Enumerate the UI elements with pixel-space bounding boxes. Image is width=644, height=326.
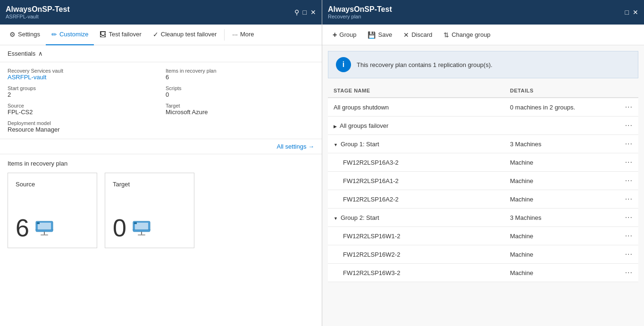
row-stage-fw-w3: FW12R2LSP16W3-2 xyxy=(343,269,510,276)
table-row[interactable]: FW12R2LSP16A1-2 Machine ··· xyxy=(328,172,638,190)
svg-rect-10 xyxy=(138,234,145,235)
left-panel: AlwaysOnSP-Test ASRFPL-vault ⚲ □ ✕ ⚙ Set… xyxy=(0,0,322,326)
left-window-subtitle: ASRFPL-vault xyxy=(6,14,70,19)
info-text: This recovery plan contains 1 replicatio… xyxy=(357,61,493,68)
source-value: FPL-CS2 xyxy=(8,109,33,116)
row-actions-fw-w3[interactable]: ··· xyxy=(614,268,633,277)
fw-a3-label: FW12R2LSP16A3-2 xyxy=(343,159,399,166)
row-details-fw-w1: Machine xyxy=(510,233,614,240)
svg-rect-1 xyxy=(38,223,51,230)
row-stage-fw-a2: FW12R2LSP16A2-2 xyxy=(343,196,510,203)
source-item: Source FPL-CS2 xyxy=(8,103,156,116)
save-button[interactable]: 💾 Save xyxy=(363,28,397,42)
customize-button[interactable]: ✏ Customize xyxy=(46,25,94,45)
items-count-value: 6 xyxy=(166,74,169,81)
left-toolbar: ⚙ Settings ✏ Customize ⛾ Test failover ✓… xyxy=(0,25,322,45)
row-stage-all-shutdown: All groups shutdown xyxy=(334,104,510,111)
row-actions-fw-a3[interactable]: ··· xyxy=(614,158,633,167)
svg-rect-4 xyxy=(41,234,48,235)
change-group-button[interactable]: ⇅ Change group xyxy=(439,28,495,42)
row-stage-all-failover: All groups failover xyxy=(334,122,510,129)
row-stage-fw-a1: FW12R2LSP16A1-2 xyxy=(343,177,510,184)
right-window-subtitle: Recovery plan xyxy=(328,14,392,19)
left-content: Essentials ∧ Recovery Services vault ASR… xyxy=(0,45,322,326)
group1-label: Group 1: Start xyxy=(341,141,379,148)
row-stage-fw-w2: FW12R2LSP16W2-2 xyxy=(343,251,510,258)
discard-button[interactable]: ✕ Discard xyxy=(399,28,437,42)
deployment-model-value: Resource Manager xyxy=(8,126,60,133)
test-failover-label: Test failover xyxy=(109,31,141,38)
settings-label: Settings xyxy=(18,31,40,38)
target-value: Microsoft Azure xyxy=(166,109,208,116)
right-maximize-icon[interactable]: □ xyxy=(625,8,629,16)
source-card-count: 6 xyxy=(16,216,29,240)
close-icon[interactable]: ✕ xyxy=(310,8,316,16)
all-settings-link[interactable]: All settings → xyxy=(277,143,314,150)
vault-item: Recovery Services vault ASRFPL-vault xyxy=(8,68,156,81)
table-row[interactable]: All groups shutdown 0 machines in 2 grou… xyxy=(328,98,638,117)
essentials-chevron: ∧ xyxy=(38,50,43,57)
row-actions-fw-w1[interactable]: ··· xyxy=(614,232,633,240)
all-failover-label: All groups failover xyxy=(340,122,388,129)
table-row[interactable]: Group 2: Start 3 Machines ··· xyxy=(328,209,638,227)
table-row[interactable]: FW12R2LSP16W2-2 Machine ··· xyxy=(328,245,638,264)
test-failover-button[interactable]: ⛾ Test failover xyxy=(94,25,147,45)
svg-rect-7 xyxy=(135,223,148,230)
settings-button[interactable]: ⚙ Settings xyxy=(4,25,46,45)
save-label: Save xyxy=(378,31,392,38)
row-actions-all-shutdown[interactable]: ··· xyxy=(614,103,633,111)
target-vm-icon xyxy=(131,217,152,238)
row-actions-group2[interactable]: ··· xyxy=(614,213,633,222)
target-label: Target xyxy=(166,103,314,109)
row-actions-all-failover[interactable]: ··· xyxy=(614,121,633,130)
toolbar-separator xyxy=(224,29,225,41)
row-actions-fw-a2[interactable]: ··· xyxy=(614,195,633,203)
customize-label: Customize xyxy=(59,31,88,38)
maximize-icon[interactable]: □ xyxy=(303,8,307,16)
vault-value[interactable]: ASRFPL-vault xyxy=(8,74,46,81)
info-icon: i xyxy=(336,57,351,72)
deployment-model-item: Deployment model Resource Manager xyxy=(8,120,156,133)
table-row[interactable]: Group 1: Start 3 Machines ··· xyxy=(328,135,638,153)
row-stage-group1: Group 1: Start xyxy=(334,141,510,148)
fw-a1-label: FW12R2LSP16A1-2 xyxy=(343,177,399,184)
add-group-button[interactable]: + Group xyxy=(328,28,361,42)
table-row[interactable]: All groups failover ··· xyxy=(328,117,638,135)
fw-a2-label: FW12R2LSP16A2-2 xyxy=(343,196,399,203)
save-icon: 💾 xyxy=(368,31,376,39)
left-titlebar-controls: ⚲ □ ✕ xyxy=(294,8,316,16)
table-row[interactable]: FW12R2LSP16W3-2 Machine ··· xyxy=(328,264,638,282)
table-row[interactable]: FW12R2LSP16A2-2 Machine ··· xyxy=(328,190,638,209)
row-details-fw-a2: Machine xyxy=(510,196,614,203)
row-actions-group1[interactable]: ··· xyxy=(614,140,633,148)
vault-label: Recovery Services vault xyxy=(8,68,156,74)
info-bar: i This recovery plan contains 1 replicat… xyxy=(328,51,638,78)
test-failover-icon: ⛾ xyxy=(100,31,106,38)
pin-icon[interactable]: ⚲ xyxy=(294,8,299,16)
more-label: More xyxy=(240,31,254,38)
row-stage-fw-a3: FW12R2LSP16A3-2 xyxy=(343,159,510,166)
source-vm-icon xyxy=(34,217,55,238)
table-header: STAGE NAME DETAILS xyxy=(328,84,638,98)
target-card-bottom: 0 xyxy=(113,206,186,240)
right-titlebar-controls: □ ✕ xyxy=(625,8,638,16)
essentials-header[interactable]: Essentials ∧ xyxy=(0,45,322,62)
table-row[interactable]: FW12R2LSP16A3-2 Machine ··· xyxy=(328,153,638,172)
collapsed-icon xyxy=(334,122,337,129)
table-row[interactable]: FW12R2LSP16W1-2 Machine ··· xyxy=(328,227,638,245)
items-count-label: Items in recovery plan xyxy=(166,68,314,74)
source-label: Source xyxy=(8,103,156,109)
items-cards: Source 6 Targ xyxy=(8,173,314,248)
right-titlebar: AlwaysOnSP-Test Recovery plan □ ✕ xyxy=(322,0,644,25)
svg-rect-11 xyxy=(133,229,151,230)
right-panel: AlwaysOnSP-Test Recovery plan □ ✕ + Grou… xyxy=(322,0,644,326)
settings-icon: ⚙ xyxy=(9,31,16,38)
right-close-icon[interactable]: ✕ xyxy=(633,8,638,16)
more-button[interactable]: ··· More xyxy=(226,25,259,45)
cleanup-test-failover-button[interactable]: ✓ Cleanup test failover xyxy=(147,25,223,45)
row-actions-fw-a1[interactable]: ··· xyxy=(614,176,633,185)
row-actions-fw-w2[interactable]: ··· xyxy=(614,250,633,259)
source-card: Source 6 xyxy=(8,173,97,248)
items-section-title: Items in recovery plan xyxy=(8,160,314,167)
start-groups-label: Start groups xyxy=(8,85,156,91)
